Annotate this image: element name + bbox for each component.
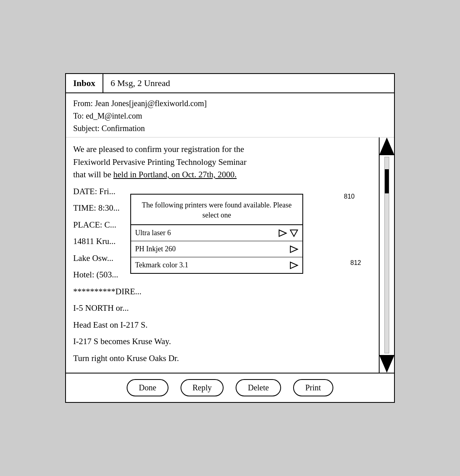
select-printer-2-icon[interactable]: [290, 245, 298, 253]
body-dir3: I-217 S becomes Kruse Way.: [73, 335, 372, 348]
dropdown-icon-1[interactable]: [290, 229, 298, 237]
email-subject: Subject: Confirmation: [73, 122, 387, 135]
printer-arrows-2: [290, 245, 298, 253]
printer-item-3[interactable]: Tekmark color 3.1: [131, 257, 302, 273]
reply-button[interactable]: Reply: [181, 379, 224, 396]
email-meta: From: Jean Jones[jeanj@flexiworld.com] T…: [66, 93, 394, 137]
label-810: 810: [344, 192, 355, 201]
body-dir-header: **********DIRE...: [73, 285, 372, 298]
printer-name-3: Tekmark color 3.1: [135, 260, 290, 271]
svg-marker-2: [290, 246, 298, 252]
delete-button[interactable]: Delete: [236, 379, 281, 396]
scrollbar: [379, 137, 394, 373]
svg-marker-1: [290, 230, 298, 236]
body-paragraph-1: We are pleased to confirm your registrat…: [73, 143, 372, 181]
scroll-track: [384, 157, 389, 353]
email-to: To: ed_M@intel.com: [73, 110, 387, 122]
email-from: From: Jean Jones[jeanj@flexiworld.com]: [73, 97, 387, 110]
body-dir2: Head East on I-217 S.: [73, 319, 372, 332]
printer-item-2[interactable]: PH Inkjet 260: [131, 241, 302, 257]
body-dir1: I-5 NORTH or...: [73, 302, 372, 315]
select-printer-3-icon[interactable]: [290, 261, 298, 269]
printer-name-1: Ultra laser 6: [135, 228, 278, 238]
printer-list: Ultra laser 6: [131, 224, 302, 273]
svg-marker-0: [279, 230, 286, 236]
msg-count: 6 Msg, 2 Unread: [103, 74, 177, 92]
label-812: 812: [350, 258, 361, 268]
select-printer-1-icon[interactable]: [278, 229, 287, 237]
printer-popup: The following printers were found availa…: [130, 194, 303, 274]
print-button[interactable]: Print: [293, 379, 333, 396]
header-row: Inbox 6 Msg, 2 Unread: [66, 74, 394, 93]
svg-marker-3: [290, 262, 298, 269]
printer-item-1[interactable]: Ultra laser 6: [131, 225, 302, 241]
content-area: We are pleased to confirm your registrat…: [66, 137, 394, 373]
printer-name-2: PH Inkjet 260: [135, 244, 290, 254]
popup-title: The following printers were found availa…: [131, 195, 302, 224]
scroll-down-button[interactable]: [379, 355, 394, 373]
printer-arrows-3: [290, 261, 298, 269]
printer-arrows-1: [278, 229, 298, 237]
email-window: Inbox 6 Msg, 2 Unread From: Jean Jones[j…: [65, 73, 395, 403]
scroll-thumb[interactable]: [385, 169, 389, 193]
body-dir4: Turn right onto Kruse Oaks Dr.: [73, 352, 372, 365]
scroll-up-button[interactable]: [379, 137, 394, 155]
done-button[interactable]: Done: [127, 379, 168, 396]
inbox-label[interactable]: Inbox: [66, 74, 103, 92]
button-bar: Done Reply Delete Print: [66, 373, 394, 402]
email-body: We are pleased to confirm your registrat…: [66, 137, 379, 373]
